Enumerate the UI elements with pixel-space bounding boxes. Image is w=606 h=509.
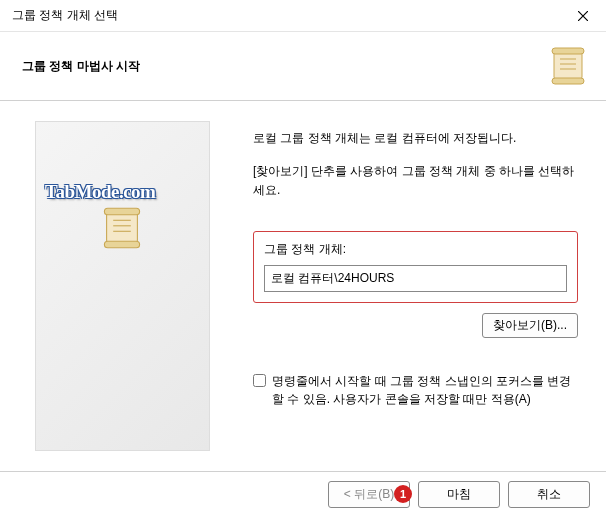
svg-rect-1 xyxy=(552,48,584,54)
watermark-text: TabMode.com xyxy=(45,181,155,203)
svg-rect-7 xyxy=(104,208,139,215)
svg-rect-8 xyxy=(104,241,139,248)
window-title: 그룹 정책 개체 선택 xyxy=(12,7,118,24)
description-2: [찾아보기] 단추를 사용하여 그룹 정책 개체 중 하나를 선택하세요. xyxy=(253,162,578,200)
focus-change-checkbox[interactable] xyxy=(253,374,266,387)
finish-button[interactable]: 마침 xyxy=(418,481,500,508)
description-1: 로컬 그룹 정책 개체는 로컬 컴퓨터에 저장됩니다. xyxy=(253,129,578,148)
svg-rect-2 xyxy=(552,78,584,84)
close-icon xyxy=(578,11,588,21)
cancel-button[interactable]: 취소 xyxy=(508,481,590,508)
browse-button[interactable]: 찾아보기(B)... xyxy=(482,313,578,338)
wizard-left-panel: TabMode.com xyxy=(0,101,225,471)
close-button[interactable] xyxy=(560,0,606,32)
focus-change-label[interactable]: 명령줄에서 시작할 때 그룹 정책 스냅인의 포커스를 변경할 수 있음. 사용… xyxy=(272,372,578,408)
gpo-highlight-box: 그룹 정책 개체: 로컬 컴퓨터\24HOURS xyxy=(253,231,578,303)
gpo-object-field[interactable]: 로컬 컴퓨터\24HOURS xyxy=(264,265,567,292)
wizard-title: 그룹 정책 마법사 시작 xyxy=(22,58,140,75)
gpo-label: 그룹 정책 개체: xyxy=(264,240,567,259)
scroll-icon xyxy=(548,46,588,86)
annotation-badge-1: 1 xyxy=(394,485,412,503)
scroll-icon xyxy=(100,206,144,253)
